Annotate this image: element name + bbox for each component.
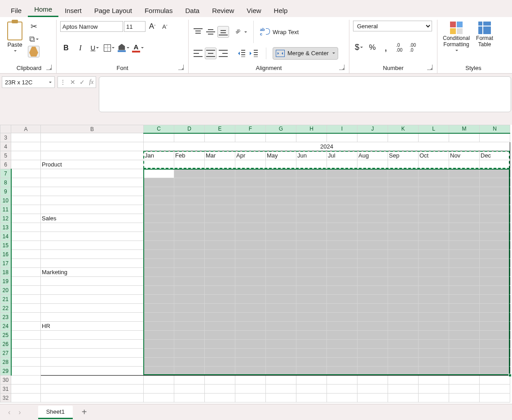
cell-N31[interactable]	[480, 385, 510, 394]
cell-N29[interactable]	[480, 367, 510, 376]
cell-I24[interactable]	[327, 322, 358, 331]
row-header-6[interactable]: 6	[0, 160, 11, 169]
cell-D8[interactable]	[174, 178, 205, 187]
cell-I9[interactable]	[327, 187, 358, 196]
cell-G29[interactable]	[266, 367, 296, 376]
cell-K18[interactable]	[388, 268, 419, 277]
cell-L21[interactable]	[419, 295, 449, 304]
cell-A6[interactable]	[11, 160, 41, 169]
cell-N11[interactable]	[480, 205, 510, 214]
row-header-13[interactable]: 13	[0, 223, 11, 232]
align-top-button[interactable]	[192, 26, 204, 38]
cell-E14[interactable]	[205, 232, 235, 241]
cell-J23[interactable]	[358, 313, 388, 322]
cell-A15[interactable]	[11, 241, 41, 250]
cell-B32[interactable]	[41, 394, 144, 402]
cell-D30[interactable]	[174, 376, 205, 385]
cell-F23[interactable]	[235, 313, 266, 322]
cell-A9[interactable]	[11, 187, 41, 196]
cell-M11[interactable]	[449, 205, 480, 214]
cell-K5[interactable]: Sep	[388, 151, 419, 160]
cell-I5[interactable]: Jul	[327, 151, 358, 160]
cell-D7[interactable]	[174, 169, 205, 178]
cell-A16[interactable]	[11, 250, 41, 259]
cell-L11[interactable]	[419, 205, 449, 214]
row-header-31[interactable]: 31	[0, 385, 11, 394]
col-header-N[interactable]: N	[480, 125, 510, 133]
cell-E19[interactable]	[205, 277, 235, 286]
cell-I22[interactable]	[327, 304, 358, 313]
cell-E30[interactable]	[205, 376, 235, 385]
row-header-29[interactable]: 29	[0, 367, 11, 376]
cell-F30[interactable]	[235, 376, 266, 385]
cell-I16[interactable]	[327, 250, 358, 259]
cell-N24[interactable]	[480, 322, 510, 331]
cell-K13[interactable]	[388, 223, 419, 232]
cell-H18[interactable]	[296, 268, 327, 277]
cell-F22[interactable]	[235, 304, 266, 313]
cell-K28[interactable]	[388, 358, 419, 367]
cell-J9[interactable]	[358, 187, 388, 196]
cell-A17[interactable]	[11, 259, 41, 268]
cut-button[interactable]: ✂	[28, 21, 40, 32]
cell-E11[interactable]	[205, 205, 235, 214]
cell-B23[interactable]	[41, 313, 144, 322]
cell-J7[interactable]	[358, 169, 388, 178]
cell-G28[interactable]	[266, 358, 296, 367]
font-name-combo[interactable]	[60, 21, 123, 32]
cell-E12[interactable]	[205, 214, 235, 223]
cell-J16[interactable]	[358, 250, 388, 259]
cell-M17[interactable]	[449, 259, 480, 268]
cell-B12[interactable]: Sales	[41, 214, 144, 223]
cell-C7[interactable]	[144, 169, 174, 178]
cell-F26[interactable]	[235, 340, 266, 349]
cell-N14[interactable]	[480, 232, 510, 241]
cell-N18[interactable]	[480, 268, 510, 277]
cell-D26[interactable]	[174, 340, 205, 349]
cell-M15[interactable]	[449, 241, 480, 250]
cell-E10[interactable]	[205, 196, 235, 205]
cell-D22[interactable]	[174, 304, 205, 313]
cell-N17[interactable]	[480, 259, 510, 268]
wrap-text-button[interactable]: Wrap Text	[260, 26, 299, 38]
cell-G20[interactable]	[266, 286, 296, 295]
cell-A13[interactable]	[11, 223, 41, 232]
cell-M8[interactable]	[449, 178, 480, 187]
cell-G14[interactable]	[266, 232, 296, 241]
cell-B10[interactable]	[41, 196, 144, 205]
cell-D17[interactable]	[174, 259, 205, 268]
cell-C10[interactable]	[144, 196, 174, 205]
cell-F9[interactable]	[235, 187, 266, 196]
cell-K25[interactable]	[388, 331, 419, 340]
cell-E3[interactable]	[205, 133, 235, 142]
cell-J31[interactable]	[358, 385, 388, 394]
cell-C22[interactable]	[144, 304, 174, 313]
cell-A18[interactable]	[11, 268, 41, 277]
cell-H3[interactable]	[296, 133, 327, 142]
cell-C23[interactable]	[144, 313, 174, 322]
cell-D28[interactable]	[174, 358, 205, 367]
cell-D13[interactable]	[174, 223, 205, 232]
cell-H24[interactable]	[296, 322, 327, 331]
fx-icon[interactable]: fx	[89, 79, 93, 86]
cell-C15[interactable]	[144, 241, 174, 250]
sheet-tab[interactable]: Sheet1	[38, 406, 73, 419]
cell-H14[interactable]	[296, 232, 327, 241]
enter-icon[interactable]: ✓	[79, 79, 85, 86]
row-header-25[interactable]: 25	[0, 331, 11, 340]
cell-E25[interactable]	[205, 331, 235, 340]
col-header-G[interactable]: G	[266, 125, 296, 133]
cell-H21[interactable]	[296, 295, 327, 304]
cell-H6[interactable]	[296, 160, 327, 169]
cell-H31[interactable]	[296, 385, 327, 394]
cell-G9[interactable]	[266, 187, 296, 196]
cell-I10[interactable]	[327, 196, 358, 205]
cell-B24[interactable]: HR	[41, 322, 144, 331]
cell-D6[interactable]	[174, 160, 205, 169]
cell-B4[interactable]	[41, 142, 144, 151]
cell-H30[interactable]	[296, 376, 327, 385]
cell-J12[interactable]	[358, 214, 388, 223]
cell-J21[interactable]	[358, 295, 388, 304]
cell-E17[interactable]	[205, 259, 235, 268]
format-painter-button[interactable]	[28, 46, 40, 57]
